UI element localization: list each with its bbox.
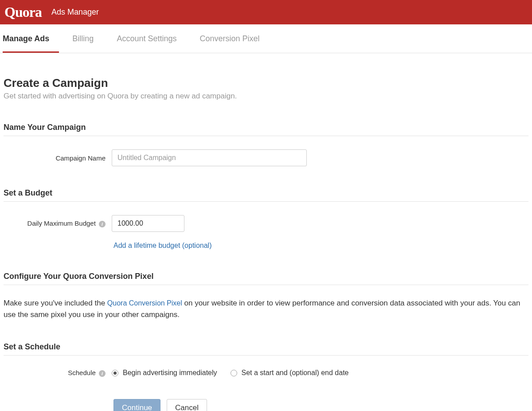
label-schedule: Schedule i [4, 369, 112, 377]
form-row-budget: Daily Maximum Budget i [4, 215, 528, 232]
radio-icon [112, 370, 118, 376]
section-schedule: Set a Schedule Schedule i Begin advertis… [4, 342, 528, 377]
pixel-description: Make sure you've included the Quora Conv… [4, 297, 528, 320]
section-title-schedule: Set a Schedule [4, 342, 528, 356]
section-title-budget: Set a Budget [4, 188, 528, 202]
radio-label-start-end: Set a start and (optional) end date [242, 369, 349, 377]
label-schedule-text: Schedule [68, 369, 96, 376]
add-lifetime-budget-link[interactable]: Add a lifetime budget (optional) [113, 242, 211, 249]
tab-conversion-pixel[interactable]: Conversion Pixel [200, 24, 269, 53]
pixel-text-before: Make sure you've included the [4, 299, 107, 307]
tab-account-settings[interactable]: Account Settings [117, 24, 186, 53]
schedule-radio-group: Begin advertising immediately Set a star… [112, 369, 348, 377]
section-pixel: Configure Your Quora Conversion Pixel Ma… [4, 272, 528, 320]
header: Quora Ads Manager [0, 0, 532, 24]
campaign-name-input[interactable] [112, 149, 307, 166]
label-daily-budget: Daily Maximum Budget i [4, 219, 112, 227]
tab-manage-ads[interactable]: Manage Ads [3, 24, 59, 53]
section-title-name: Name Your Campaign [4, 123, 528, 136]
label-daily-budget-text: Daily Maximum Budget [27, 219, 96, 227]
section-name-campaign: Name Your Campaign Campaign Name [4, 123, 528, 166]
page-title: Create a Campaign [4, 76, 528, 90]
header-title: Ads Manager [51, 8, 99, 17]
label-campaign-name: Campaign Name [4, 154, 112, 162]
nav-tabs: Manage Ads Billing Account Settings Conv… [0, 24, 532, 53]
continue-button[interactable]: Continue [113, 399, 160, 411]
form-row-schedule: Schedule i Begin advertising immediately… [4, 369, 528, 377]
button-row: Continue Cancel [113, 399, 528, 411]
radio-icon [231, 370, 237, 376]
page-subtitle: Get started with advertising on Quora by… [4, 92, 528, 101]
quora-logo: Quora [4, 4, 42, 20]
daily-budget-input[interactable] [112, 215, 184, 232]
section-budget: Set a Budget Daily Maximum Budget i Add … [4, 188, 528, 250]
tab-billing[interactable]: Billing [72, 24, 103, 53]
radio-set-start-end[interactable]: Set a start and (optional) end date [231, 369, 349, 377]
cancel-button[interactable]: Cancel [167, 399, 207, 411]
quora-conversion-pixel-link[interactable]: Quora Conversion Pixel [107, 299, 182, 307]
info-icon[interactable]: i [99, 370, 106, 377]
main-content: Create a Campaign Get started with adver… [0, 53, 532, 411]
info-icon[interactable]: i [99, 221, 106, 227]
radio-label-immediately: Begin advertising immediately [123, 369, 217, 377]
lifetime-budget-link-row: Add a lifetime budget (optional) [113, 242, 528, 250]
radio-begin-immediately[interactable]: Begin advertising immediately [112, 369, 217, 377]
section-title-pixel: Configure Your Quora Conversion Pixel [4, 272, 528, 285]
form-row-campaign-name: Campaign Name [4, 149, 528, 166]
